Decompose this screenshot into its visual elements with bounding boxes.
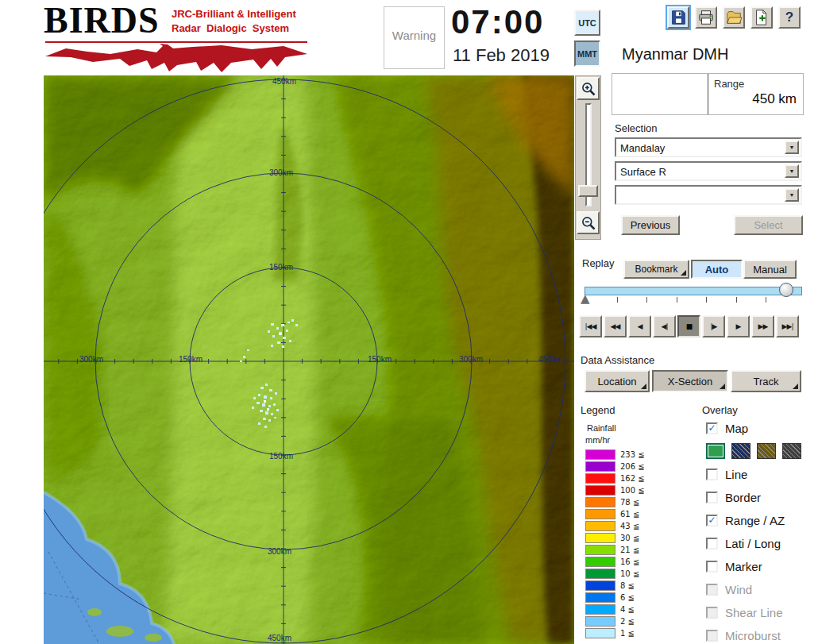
- help-icon: ?: [785, 10, 793, 25]
- legend-color-swatch: [585, 461, 615, 472]
- map-color-swatch[interactable]: [731, 443, 750, 459]
- location-button[interactable]: Location: [585, 370, 650, 392]
- bookmark-button[interactable]: Bookmark: [623, 260, 689, 279]
- transport-button-2[interactable]: ◀: [628, 315, 651, 337]
- save-icon: [669, 9, 687, 26]
- overlay-item-line: Line: [706, 465, 801, 483]
- legend-row: 78 ≦: [585, 496, 654, 508]
- map-color-swatch[interactable]: [757, 443, 776, 459]
- extra-dropdown[interactable]: ▼: [615, 185, 802, 205]
- export-button[interactable]: [750, 6, 773, 29]
- radar-map-canvas[interactable]: 450km300km150km300km150km150km300km450km…: [44, 75, 574, 644]
- chevron-down-icon[interactable]: ▼: [785, 141, 799, 154]
- legend-unit-line1: Rainfall: [587, 423, 616, 433]
- help-button[interactable]: ?: [778, 6, 801, 29]
- overlay-item-lati-long: Lati / Long: [706, 534, 801, 552]
- manual-mode-button[interactable]: Manual: [743, 260, 797, 279]
- map-color-swatch[interactable]: [782, 443, 801, 459]
- site-dropdown-value[interactable]: Mandalay: [616, 139, 801, 156]
- previous-button[interactable]: Previous: [621, 215, 680, 235]
- legend-color-swatch: [585, 509, 615, 519]
- legend-value-label: 4 ≦: [620, 605, 654, 614]
- transport-button-5[interactable]: |▶: [702, 315, 725, 337]
- open-file-button[interactable]: [723, 6, 745, 29]
- legend-color-swatch: [585, 592, 615, 603]
- zoom-slider-handle[interactable]: [578, 185, 598, 197]
- checkbox[interactable]: [706, 492, 718, 503]
- open-folder-icon: [725, 9, 743, 26]
- checkbox[interactable]: [706, 469, 718, 480]
- transport-button-6[interactable]: ▶: [727, 315, 750, 337]
- transport-button-1[interactable]: ◀◀: [604, 315, 627, 337]
- overlay-label: Border: [725, 491, 761, 504]
- slider-tick: [646, 297, 647, 303]
- checkbox: [706, 607, 718, 619]
- ring-distance-label: 150km: [368, 355, 392, 364]
- checkbox[interactable]: ✓: [706, 422, 718, 434]
- utc-toggle-button[interactable]: UTC: [574, 10, 600, 36]
- ring-distance-label: 300km: [268, 547, 291, 556]
- range-label: Range: [714, 78, 744, 90]
- legend-value-label: 16 ≦: [620, 557, 654, 566]
- auto-label: Auto: [705, 264, 729, 276]
- product-dropdown-value[interactable]: Surface R: [616, 163, 801, 179]
- legend-value-label: 206 ≦: [620, 462, 654, 471]
- print-icon: [697, 9, 715, 26]
- zoom-in-button[interactable]: [577, 77, 600, 100]
- map-color-swatch[interactable]: [706, 443, 725, 459]
- legend-color-swatch: [585, 473, 615, 484]
- product-dropdown[interactable]: Surface R ▼: [615, 161, 802, 181]
- time-slider-handle[interactable]: [779, 283, 793, 297]
- auto-mode-button[interactable]: Auto: [691, 260, 743, 279]
- data-assistance-section-title: Data Assistance: [581, 354, 654, 366]
- legend-value-label: 61 ≦: [620, 510, 654, 519]
- slider-tick: [736, 297, 737, 303]
- chevron-down-icon[interactable]: ▼: [785, 188, 799, 202]
- select-button[interactable]: Select: [734, 215, 803, 235]
- print-button[interactable]: [695, 6, 717, 29]
- transport-button-0[interactable]: |◀◀: [579, 315, 602, 337]
- checkbox[interactable]: [706, 538, 718, 550]
- overlay-item-microburst: Microburst: [706, 627, 801, 644]
- extra-dropdown-value[interactable]: [616, 187, 801, 203]
- logo-subtitle-1: JRC-Brilliant & Intelligent: [172, 8, 296, 20]
- x-section-button[interactable]: X-Section: [652, 370, 728, 392]
- transport-button-4[interactable]: ■: [677, 315, 700, 337]
- time-slider-position-marker[interactable]: ▲: [581, 291, 590, 306]
- legend-color-swatch: [585, 580, 615, 591]
- zoom-out-button[interactable]: [577, 211, 600, 234]
- transport-button-3[interactable]: ◀|: [653, 315, 676, 337]
- overlay-label: Map: [725, 422, 748, 435]
- checkbox[interactable]: [706, 561, 718, 573]
- legend-row: 2 ≦: [585, 615, 654, 627]
- legend-row: 1 ≦: [585, 627, 654, 639]
- save-button[interactable]: [667, 6, 689, 29]
- radar-map-image: [44, 75, 574, 644]
- legend-row: 43 ≦: [585, 520, 654, 532]
- legend-color-swatch: [585, 497, 615, 507]
- range-divider: [708, 74, 708, 114]
- overlay-label: Range / AZ: [725, 514, 785, 527]
- chevron-down-icon[interactable]: ▼: [785, 164, 799, 178]
- overlay-item-range-az: ✓Range / AZ: [706, 511, 801, 529]
- site-dropdown[interactable]: Mandalay ▼: [615, 137, 802, 157]
- transport-button-8[interactable]: ▶▶|: [776, 315, 799, 337]
- warning-status: Warning: [384, 6, 445, 69]
- mmt-label: MMT: [577, 49, 597, 59]
- clock-time: 07:00: [451, 3, 544, 41]
- ring-distance-label: 300km: [79, 355, 103, 364]
- legend-value-label: 78 ≦: [620, 498, 654, 507]
- station-title: Myanmar DMH: [622, 45, 728, 64]
- checkbox[interactable]: ✓: [706, 515, 718, 526]
- slider-tick: [706, 297, 707, 303]
- ring-distance-label: 300km: [459, 355, 483, 364]
- mmt-toggle-button[interactable]: MMT: [574, 40, 600, 67]
- legend-row: 61 ≦: [585, 508, 654, 520]
- transport-button-7[interactable]: ▶▶: [751, 315, 774, 337]
- x-section-label: X-Section: [668, 376, 712, 388]
- track-button[interactable]: Track: [731, 370, 801, 392]
- time-slider-track[interactable]: [585, 287, 802, 295]
- legend-row: 6 ≦: [585, 592, 654, 604]
- manual-label: Manual: [753, 264, 787, 276]
- slider-tick: [766, 297, 766, 303]
